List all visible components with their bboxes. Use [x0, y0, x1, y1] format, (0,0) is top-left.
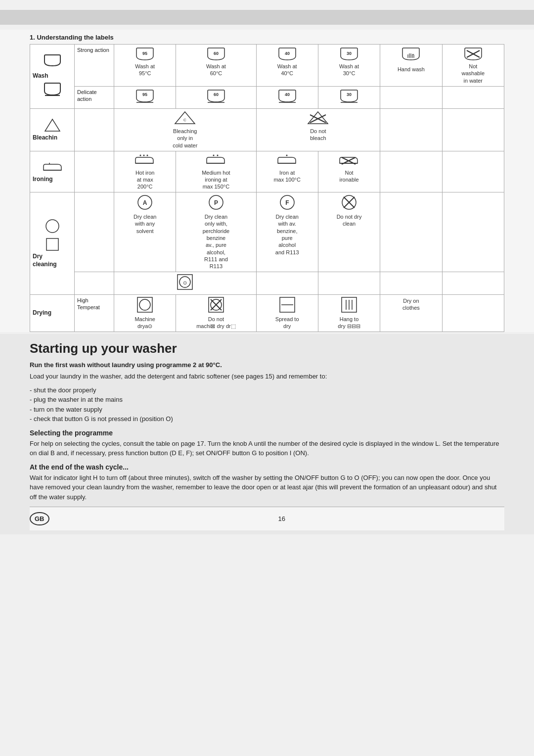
iron-row: Ironing Hot ironat max200°C	[30, 151, 504, 192]
svg-point-24	[140, 154, 141, 156]
svg-marker-15	[45, 119, 60, 131]
wash-label: Wash	[33, 72, 72, 80]
wash-row: Wash Strong action	[30, 45, 504, 87]
svg-point-25	[143, 154, 145, 156]
bold-paragraph: Run the first wash without laundry using…	[30, 361, 504, 369]
bullet-2: - plug the washer in at the mains	[30, 395, 504, 405]
page-number: 16	[59, 515, 505, 522]
svg-rect-36	[46, 238, 58, 250]
bullet-3: - turn on the water supply	[30, 405, 504, 415]
starting-section: Starting up your washer Run the first wa…	[0, 334, 534, 534]
dryclean-a: Dry cleanwith anysolvent	[117, 213, 173, 235]
dryclean-p: Dry cleanonly with,perchloridebenzineav.…	[178, 213, 253, 270]
notwash-label: Notwashablein water	[462, 63, 485, 84]
iron-hot: Hot ironat max200°C	[117, 169, 173, 190]
drying-row: Drying HighTemperat Machinedrya⊙	[30, 295, 504, 332]
iron-label: Ironing	[33, 176, 72, 184]
bullets-list: - shut the door properly - plug the wash…	[30, 385, 504, 424]
svg-text:A: A	[143, 199, 147, 206]
delicate-action: Delicate action	[77, 89, 97, 102]
bleach-label: Bleachin	[33, 134, 72, 142]
iron-low: Iron atmax 100°C	[259, 169, 315, 184]
svg-text:⊙: ⊙	[183, 280, 187, 285]
svg-point-50	[139, 299, 150, 310]
svg-text:30: 30	[347, 92, 352, 97]
hang-dry: Hang todry ⊟⊟⊟	[321, 316, 377, 330]
svg-point-28	[213, 154, 214, 156]
svg-text:F: F	[285, 199, 289, 206]
bottom-bar: GB 16	[30, 507, 504, 530]
wash95-label: Wash at95°C	[135, 63, 155, 77]
handwash-label: Hand wash	[398, 66, 425, 73]
iron-med: Medium hotironing atmax 150°C	[178, 169, 253, 190]
dryclean-f: Dry cleanwith av.benzine,purealcoholand …	[259, 213, 315, 256]
bleach-no: Do notbleach	[259, 128, 378, 142]
svg-text:C: C	[183, 118, 186, 122]
bleach-row: Bleachin C Bleachingonly incold water	[30, 109, 504, 151]
svg-text:60: 60	[214, 51, 219, 56]
iron-no: Notironable	[321, 169, 377, 184]
dry-clothes: Dry onclothes	[383, 297, 439, 312]
dry-clean-row2: ⊙	[30, 272, 504, 295]
svg-text:95: 95	[142, 92, 147, 97]
wash40-label: Wash at40°C	[277, 63, 297, 77]
load-para: Load your laundry in the washer, add the…	[30, 372, 504, 381]
svg-text:95: 95	[142, 51, 147, 56]
svg-text:40: 40	[285, 51, 290, 56]
high-temp: HighTemperat	[77, 297, 100, 310]
machine-dry: Machinedrya⊙	[117, 316, 173, 330]
drycleaning-label: Drycleaning	[33, 253, 72, 268]
gb-badge: GB	[30, 512, 49, 525]
selecting-text: For help on selecting the cycles, consul…	[30, 439, 504, 458]
svg-text:30: 30	[347, 51, 352, 56]
no-machine-dry: Do notmachi⊠ dry dr⬚	[178, 316, 253, 330]
wash-end-text: Wait for indicator light H to turn off (…	[30, 473, 504, 502]
svg-point-29	[217, 154, 218, 156]
top-bar	[0, 10, 534, 25]
wash30-label: Wash at30°C	[339, 63, 359, 77]
wash60-label: Wash at60°C	[206, 63, 226, 77]
starting-title: Starting up your washer	[30, 341, 504, 356]
content-area: 1. Understanding the labels Wash	[0, 30, 534, 332]
svg-point-31	[286, 154, 287, 156]
wash-end-heading: At the end of the wash cycle...	[30, 463, 504, 471]
section-title: 1. Understanding the labels	[30, 30, 504, 41]
bullet-1: - shut the door properly	[30, 385, 504, 395]
wash-delicate-row: Delicate action 95 60	[30, 86, 504, 109]
page: 1. Understanding the labels Wash	[0, 0, 534, 756]
svg-text:40: 40	[285, 92, 290, 97]
bullet-4: - check that button G is not pressed in …	[30, 414, 504, 424]
dryclean-no: Do not dryclean	[321, 213, 377, 228]
labels-table: Wash Strong action	[30, 44, 504, 332]
svg-point-26	[147, 154, 148, 156]
dry-clean-row: Drycleaning A Dry cleanwith anysolvent P	[30, 192, 504, 272]
bleach-cold: Bleachingonly incold water	[117, 128, 254, 149]
spread-dry: Spread todry	[259, 316, 315, 330]
selecting-heading: Selecting the programme	[30, 429, 504, 437]
svg-text:P: P	[214, 199, 218, 206]
svg-text:60: 60	[214, 92, 219, 97]
strong-action: Strong action	[77, 47, 109, 53]
drying-label: Drying	[33, 309, 72, 317]
svg-point-35	[46, 220, 59, 233]
